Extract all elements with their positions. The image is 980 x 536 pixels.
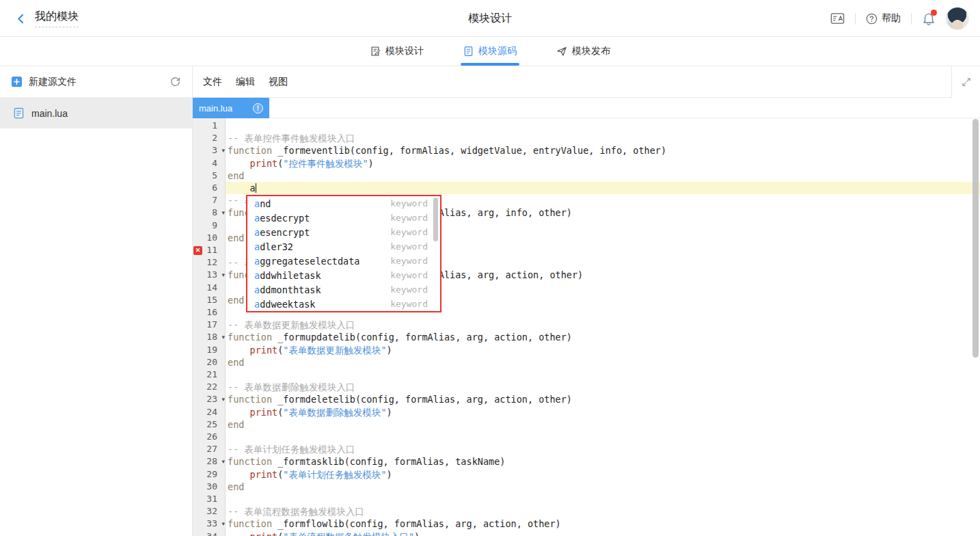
header-divider xyxy=(855,13,856,25)
tab-module-design[interactable]: 模块设计 xyxy=(370,37,424,66)
line-number: 18 xyxy=(206,331,217,343)
autocomplete-item[interactable]: aesencryptkeyword xyxy=(247,225,440,239)
code-line[interactable]: function _formflowlib(config, formAlias,… xyxy=(226,518,980,530)
code-line[interactable]: -- 表单数据更新触发模块入口 xyxy=(226,319,980,331)
code-line[interactable]: print("表单数据更新触发模块") xyxy=(226,344,980,356)
autocomplete-item[interactable]: aesdecryptkeyword xyxy=(247,211,440,225)
fold-arrow-icon[interactable]: ▾ xyxy=(221,518,225,530)
fold-arrow-icon[interactable]: ▾ xyxy=(221,206,225,219)
new-file-label[interactable]: 新建源文件 xyxy=(29,76,77,88)
fold-arrow-icon[interactable]: ▾ xyxy=(221,331,225,343)
fold-arrow-icon[interactable]: ▾ xyxy=(221,393,225,405)
fold-arrow-icon[interactable]: ▾ xyxy=(221,144,225,157)
notification-bell-icon[interactable] xyxy=(922,12,936,26)
back-label[interactable]: 我的模块 xyxy=(35,10,79,27)
tab-label: 模块发布 xyxy=(572,45,610,57)
menu-file[interactable]: 文件 xyxy=(203,76,222,88)
file-name: main.lua xyxy=(31,108,68,119)
fold-arrow-icon[interactable]: ▾ xyxy=(221,269,225,281)
autocomplete-item[interactable]: addmonthtaskkeyword xyxy=(247,282,440,297)
autocomplete-item[interactable]: andkeyword xyxy=(247,196,440,211)
autocomplete-scrollbar-thumb[interactable] xyxy=(433,198,438,241)
autocomplete-item-type: keyword xyxy=(390,213,428,223)
code-line[interactable]: end xyxy=(226,356,980,368)
expand-editor-button[interactable] xyxy=(951,66,980,98)
autocomplete-item-type: keyword xyxy=(390,241,428,252)
code-line[interactable] xyxy=(226,120,980,132)
gutter-row: 25 xyxy=(193,418,226,431)
gutter-row: 18▾ xyxy=(193,331,226,344)
code-line[interactable]: print("表单数据删除触发模块") xyxy=(226,406,980,418)
line-number: 21 xyxy=(206,368,217,381)
notification-dot xyxy=(931,10,937,16)
tab-module-source[interactable]: 模块源码 xyxy=(463,37,517,66)
code-line[interactable] xyxy=(226,493,980,505)
line-number: 33 xyxy=(206,518,217,530)
code-line[interactable] xyxy=(226,431,980,443)
error-marker-icon[interactable]: ✕ xyxy=(193,246,202,255)
editor-scrollbar-thumb[interactable] xyxy=(972,119,979,358)
line-number: 32 xyxy=(206,505,217,518)
code-line[interactable]: end xyxy=(226,170,980,182)
code-line[interactable]: print("表单流程数据务触发模块入口") xyxy=(226,531,980,536)
code-line[interactable]: -- 表单计划任务触发模块入口 xyxy=(226,443,980,455)
code-line[interactable]: end xyxy=(226,481,980,493)
file-sidebar: 新建源文件 main.lua xyxy=(0,66,193,536)
autocomplete-item-type: keyword xyxy=(390,270,428,280)
code-line[interactable]: function _formupdatelib(config, formAlia… xyxy=(226,331,980,343)
gutter: 123▾45678▾910✕111213▾1415161718▾19202122… xyxy=(193,118,226,536)
gutter-row: 6 xyxy=(193,182,226,195)
menu-view[interactable]: 视图 xyxy=(269,76,288,88)
code-line[interactable] xyxy=(226,368,980,381)
gutter-row: 15 xyxy=(193,294,226,307)
editor-tab-main-lua[interactable]: main.lua ! xyxy=(193,98,269,118)
new-file-icon[interactable] xyxy=(11,76,23,88)
autocomplete-item[interactable]: adler32keyword xyxy=(247,239,440,254)
line-number: 16 xyxy=(206,306,217,319)
editor-panel: 文件 编辑 视图 main.lua ! 123▾45678▾910✕111213… xyxy=(193,66,980,536)
code-line[interactable]: function _formtasklib(config, formAlias,… xyxy=(226,455,980,468)
gutter-row: 24 xyxy=(193,406,226,419)
code-line[interactable]: end xyxy=(226,418,980,431)
line-number: 12 xyxy=(206,256,217,269)
editor-tab-name: main.lua xyxy=(199,103,232,113)
code-line[interactable]: -- 表单数据删除触发模块入口 xyxy=(226,381,980,393)
line-number: 25 xyxy=(206,418,217,431)
autocomplete-item[interactable]: addwhiletaskkeyword xyxy=(247,268,440,282)
tab-info-icon[interactable]: ! xyxy=(253,103,263,113)
source-doc-icon xyxy=(463,46,474,57)
gutter-row: 32 xyxy=(193,505,226,518)
code-editor[interactable]: 123▾45678▾910✕111213▾1415161718▾19202122… xyxy=(193,118,980,536)
line-number: 11 xyxy=(206,244,217,256)
tab-module-publish[interactable]: 模块发布 xyxy=(556,37,610,66)
language-icon[interactable] xyxy=(830,12,845,25)
sidebar-file-main-lua[interactable]: main.lua xyxy=(0,98,192,129)
code-line[interactable]: function _formeventlib(config, formAlias… xyxy=(226,144,980,157)
app-header: 我的模块 模块设计 帮助 xyxy=(0,0,980,37)
gutter-row: 14 xyxy=(193,282,226,295)
autocomplete-item[interactable]: aggregateselectdatakeyword xyxy=(247,254,440,268)
fold-arrow-icon[interactable]: ▾ xyxy=(221,455,225,468)
autocomplete-item-type: keyword xyxy=(390,284,428,295)
refresh-icon[interactable] xyxy=(169,76,181,88)
help-button[interactable]: 帮助 xyxy=(866,12,901,25)
line-number: 29 xyxy=(206,468,217,481)
back-chevron-icon[interactable] xyxy=(15,13,27,25)
code-line[interactable]: a xyxy=(226,182,980,194)
menu-edit[interactable]: 编辑 xyxy=(236,76,255,88)
code-line[interactable]: -- 表单流程数据务触发模块入口 xyxy=(226,505,980,518)
autocomplete-item[interactable]: addweektaskkeyword xyxy=(247,297,440,311)
avatar[interactable] xyxy=(946,7,969,30)
line-number: 28 xyxy=(206,455,217,468)
line-number: 17 xyxy=(206,319,217,331)
line-number: 15 xyxy=(206,294,217,306)
gutter-row: 2 xyxy=(193,132,226,145)
line-number: 5 xyxy=(212,170,217,182)
gutter-row: 33▾ xyxy=(193,518,226,531)
code-line[interactable]: -- 表单控件事件触发模块入口 xyxy=(226,132,980,144)
code-line[interactable]: function _formdeletelib(config, formAlia… xyxy=(226,393,980,405)
code-line[interactable]: print("表单计划任务触发模块") xyxy=(226,468,980,481)
editor-menubar: 文件 编辑 视图 xyxy=(193,66,980,98)
gutter-row: 31 xyxy=(193,493,226,506)
code-line[interactable]: print("控件事件触发模块") xyxy=(226,157,980,170)
